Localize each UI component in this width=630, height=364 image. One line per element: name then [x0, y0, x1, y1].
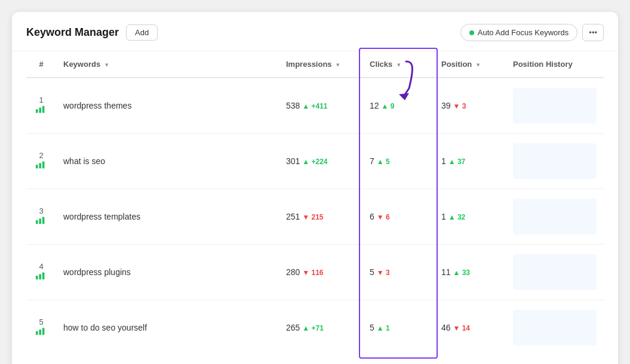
- svg-rect-3: [513, 88, 597, 124]
- table-footer: 5 Used 495 Remaining 500 Allowed: [12, 355, 618, 364]
- auto-add-button[interactable]: Auto Add Focus Keywords: [460, 24, 577, 41]
- table-row: 5 how to do seo yourself 265 +71 5 1 46 …: [26, 300, 604, 356]
- more-button[interactable]: •••: [582, 24, 604, 41]
- svg-rect-15: [513, 254, 597, 290]
- row-position: 1 32: [434, 189, 506, 245]
- row-impressions: 280 116: [279, 245, 362, 300]
- position-sort-icon: ▾: [477, 61, 480, 68]
- add-button[interactable]: Add: [126, 24, 158, 41]
- status-dot: [469, 30, 474, 35]
- svg-rect-0: [36, 109, 38, 113]
- auto-add-label: Auto Add Focus Keywords: [478, 28, 568, 37]
- table-row: 3 wordpress templates 251 215 6 6 1 32: [26, 189, 604, 245]
- row-num: 2: [26, 134, 56, 189]
- col-header-num: #: [26, 51, 56, 78]
- svg-rect-17: [39, 329, 41, 335]
- keywords-table: # Keywords ▾ Impressions ▾ Clicks ▾: [26, 51, 604, 355]
- col-header-impressions[interactable]: Impressions ▾: [279, 51, 362, 78]
- svg-rect-1: [39, 107, 41, 113]
- col-header-clicks[interactable]: Clicks ▾: [362, 51, 434, 78]
- table-wrapper: # Keywords ▾ Impressions ▾ Clicks ▾: [12, 51, 618, 355]
- row-position: 11 33: [434, 245, 506, 300]
- row-num: 3: [26, 189, 56, 245]
- row-keyword: wordpress plugins: [56, 245, 279, 300]
- row-clicks: 6 6: [362, 189, 434, 245]
- svg-rect-14: [42, 273, 45, 280]
- row-impressions: 265 +71: [279, 300, 362, 356]
- row-position: 1 37: [434, 134, 506, 189]
- keyword-manager-card: Keyword Manager Add Auto Add Focus Keywo…: [12, 12, 618, 364]
- col-header-keywords[interactable]: Keywords ▾: [56, 51, 279, 78]
- row-keyword: wordpress themes: [56, 78, 279, 134]
- svg-rect-2: [42, 106, 45, 113]
- svg-rect-10: [42, 217, 45, 224]
- table-row: 4 wordpress plugins 280 116 5 3 11 33: [26, 245, 604, 300]
- table-body: 1 wordpress themes 538 +411 12 9 39 3 2: [26, 78, 604, 355]
- row-sparkline: [506, 300, 604, 356]
- row-impressions: 538 +411: [279, 78, 362, 134]
- keywords-sort-icon: ▾: [105, 61, 108, 68]
- svg-rect-19: [513, 310, 597, 346]
- svg-rect-7: [513, 143, 597, 179]
- page-title: Keyword Manager: [26, 26, 119, 39]
- row-sparkline: [506, 134, 604, 189]
- col-header-position-history: Position History: [506, 51, 604, 78]
- row-impressions: 301 +224: [279, 134, 362, 189]
- row-clicks: 5 1: [362, 300, 434, 356]
- row-clicks: 5 3: [362, 245, 434, 300]
- card-header: Keyword Manager Add Auto Add Focus Keywo…: [12, 12, 618, 51]
- row-position: 39 3: [434, 78, 506, 134]
- row-keyword: what is seo: [56, 134, 279, 189]
- row-impressions: 251 215: [279, 189, 362, 245]
- row-num: 5: [26, 300, 56, 356]
- table-header-row: # Keywords ▾ Impressions ▾ Clicks ▾: [26, 51, 604, 78]
- svg-rect-4: [36, 165, 38, 168]
- svg-rect-8: [36, 220, 38, 224]
- header-left: Keyword Manager Add: [26, 24, 158, 41]
- svg-rect-16: [36, 331, 38, 335]
- row-position: 46 14: [434, 300, 506, 356]
- row-num: 1: [26, 78, 56, 134]
- svg-rect-13: [39, 274, 41, 279]
- table-row: 2 what is seo 301 +224 7 5 1 37: [26, 134, 604, 189]
- table-row: 1 wordpress themes 538 +411 12 9 39 3: [26, 78, 604, 134]
- svg-rect-9: [39, 218, 41, 224]
- header-right: Auto Add Focus Keywords •••: [460, 24, 604, 41]
- svg-rect-6: [42, 162, 45, 169]
- svg-rect-11: [513, 199, 597, 235]
- svg-rect-18: [42, 328, 45, 335]
- row-keyword: wordpress templates: [56, 189, 279, 245]
- row-sparkline: [506, 189, 604, 245]
- svg-rect-5: [39, 163, 41, 168]
- clicks-sort-icon: ▾: [397, 61, 400, 68]
- row-num: 4: [26, 245, 56, 300]
- impressions-sort-icon: ▾: [336, 61, 339, 68]
- row-keyword: how to do seo yourself: [56, 300, 279, 356]
- row-sparkline: [506, 78, 604, 134]
- row-clicks: 7 5: [362, 134, 434, 189]
- svg-rect-12: [36, 276, 38, 279]
- col-header-position[interactable]: Position ▾: [434, 51, 506, 78]
- row-clicks: 12 9: [362, 78, 434, 134]
- row-sparkline: [506, 245, 604, 300]
